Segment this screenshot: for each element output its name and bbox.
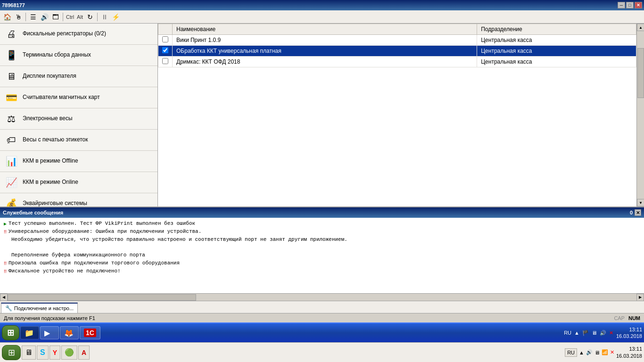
messages-header: Служебные сообщения 0 ✕ <box>0 207 644 218</box>
sidebar-item-scales-label: Электронные весы <box>23 115 73 123</box>
windows-logo-1: ⊞ <box>7 328 14 338</box>
taskbar-clock-1: 13:11 16.03.2018 <box>616 326 642 340</box>
taskbar2-time: 13:11 <box>616 346 642 352</box>
taskbar-item-media[interactable]: ▶ <box>40 326 59 339</box>
messages-header-controls: 0 ✕ <box>630 209 641 216</box>
hscroll-left-btn[interactable]: ◀ <box>0 294 8 301</box>
sidebar-item-acquiring[interactable]: 💰 Эквайринговые системы <box>0 193 157 206</box>
taskbar-item-explorer[interactable]: 📁 <box>20 326 39 339</box>
msg-error-icon-6: ‼ <box>4 268 7 275</box>
sidebar-item-kkm-offline[interactable]: 📊 ККМ в режиме Offline <box>0 151 157 172</box>
msg-error-icon-5: ‼ <box>4 260 7 267</box>
scales-icon: ⚖ <box>4 111 19 126</box>
sidebar-item-terminal-label: Терминалы сбора данных <box>23 51 91 59</box>
col-header-name: Наименование <box>173 24 477 35</box>
sidebar-item-kkm-online[interactable]: 📈 ККМ в режиме Online <box>0 172 157 193</box>
hscroll-thumb[interactable] <box>8 294 196 301</box>
vscroll-up-btn[interactable]: ▲ <box>637 24 644 31</box>
content-area: Наименование Подразделение Вики Принт 1.… <box>158 24 644 206</box>
msg-line-5: ‼ Произошла ошибка при подключении торго… <box>4 259 640 267</box>
taskbar2-item-yandex[interactable]: Y <box>50 346 60 360</box>
vscroll-thumb[interactable] <box>637 48 644 99</box>
maximize-button[interactable]: □ <box>626 2 634 8</box>
start-button-2[interactable]: ⊞ <box>2 345 21 360</box>
table-row[interactable]: Вики Принт 1.0.9 Центральная касса <box>158 35 636 46</box>
start-button-1[interactable]: ⊞ <box>2 325 19 340</box>
hscroll-right-btn[interactable]: ▶ <box>636 294 644 301</box>
taskbar2-network-error-icon: ✕ <box>610 349 614 355</box>
taskbar2-icon-skype: S <box>40 348 45 357</box>
toolbar-mouse-icon[interactable]: 🖱 <box>13 12 24 22</box>
toolbar-sep-3 <box>97 13 98 21</box>
taskbar-lang-1: RU <box>564 330 571 336</box>
msg-line-1: ‼ Универсальное оборудование: Ошибка при… <box>4 228 640 236</box>
taskbar-icon-firefox: 🦊 <box>64 329 74 337</box>
devices-table: Наименование Подразделение Вики Принт 1.… <box>158 24 636 67</box>
toolbar-lightning-icon[interactable]: ⚡ <box>111 12 121 22</box>
toolbar-home-icon[interactable]: 🏠 <box>2 12 12 22</box>
taskbar-item-firefox[interactable]: 🦊 <box>60 326 79 339</box>
col-header-location: Подразделение <box>477 24 636 35</box>
msg-indent-3 <box>11 244 640 252</box>
table-row[interactable]: Дримкас: ККТ ОФД 2018 Центральная касса <box>158 57 636 67</box>
messages-count: 0 <box>630 210 633 215</box>
taskbar2-item-green[interactable]: 🟢 <box>61 346 77 360</box>
main-container: 🖨 Фискальные регистраторы (0/2) 📱 Термин… <box>0 24 644 322</box>
sidebar-item-fiscal-reg[interactable]: 🖨 Фискальные регистраторы (0/2) <box>0 24 157 45</box>
card-reader-icon: 💳 <box>4 90 19 105</box>
kkm-offline-icon: 📊 <box>4 154 19 169</box>
msg-text-5: Произошла ошибка при подключении торгово… <box>8 259 180 267</box>
sidebar-item-scales-print[interactable]: 🏷 Весы с печатью этикеток <box>0 130 157 151</box>
app-title: 78968177 <box>2 2 25 8</box>
taskbar2-item-computer[interactable]: 🖥 <box>22 346 36 360</box>
toolbar-window-icon[interactable]: 🗔 <box>50 12 61 22</box>
sidebar-item-display[interactable]: 🖥 Дисплеи покупателя <box>0 66 157 87</box>
sidebar-item-kkm-offline-label: ККМ в режиме Offline <box>23 157 78 165</box>
msg-error-icon-1: ‼ <box>4 229 7 236</box>
msg-text-6: Фискальное устройство не подключено! <box>8 267 121 275</box>
sidebar-item-terminal[interactable]: 📱 Терминалы сбора данных <box>0 45 157 66</box>
toolbar-refresh-icon[interactable]: ↻ <box>85 12 95 22</box>
taskbar-volume-icon: 🔊 <box>600 330 606 336</box>
row-2-checkbox[interactable] <box>162 58 168 64</box>
tab-bar: 🔧 Подключение и настро... <box>0 301 644 313</box>
messages-title: Служебные сообщения <box>3 210 63 215</box>
taskbar2-arrow: ▲ <box>579 350 584 355</box>
toolbar-ctrl-label: Ctrl <box>65 14 75 20</box>
taskbar2-item-skype[interactable]: S <box>37 346 49 360</box>
minimize-button[interactable]: ─ <box>618 2 625 8</box>
vscroll-down-btn[interactable]: ▼ <box>637 199 644 206</box>
messages-close-btn[interactable]: ✕ <box>635 209 641 216</box>
table-row[interactable]: ОБработка ККТ универсальная платная Цент… <box>158 46 636 57</box>
toolbar-menu-icon[interactable]: ☰ <box>28 12 38 22</box>
row-1-location: Центральная касса <box>477 46 636 57</box>
status-num: NUM <box>628 315 640 321</box>
msg-indent-4: Переполнение буфера коммуникационного по… <box>11 251 640 259</box>
close-button[interactable]: ✕ <box>635 2 642 8</box>
taskbar-date-1: 16.03.2018 <box>616 333 642 339</box>
msg-indent-2: Необходимо убедиться, что устройство пра… <box>11 236 640 244</box>
msg-text-1: Универсальное оборудование: Ошибка при п… <box>8 228 201 236</box>
vscroll-track <box>637 31 644 199</box>
row-1-checkbox[interactable] <box>162 47 168 53</box>
taskbar2-item-acrobat[interactable]: A <box>78 346 90 360</box>
sidebar-item-kkm-online-label: ККМ в режиме Online <box>23 179 78 186</box>
msg-arrow-icon-0: ▶ <box>4 221 7 228</box>
taskbar2-clock: 13:11 16.03.2018 <box>616 346 642 359</box>
sidebar-item-scales[interactable]: ⚖ Электронные весы <box>0 108 157 130</box>
taskbar-icon-explorer: 📁 <box>25 329 34 337</box>
taskbar2-lang: RU <box>565 348 577 357</box>
toolbar-pause-icon[interactable]: ⏸ <box>99 12 110 22</box>
tab-connection[interactable]: 🔧 Подключение и настро... <box>1 303 78 313</box>
taskbar-1: ⊞ 📁 ▶ 🦊 1С RU ▲ 🏴 🖥 🔊 ✕ 13:11 16.03.2018 <box>0 322 644 342</box>
tab-connection-label: Подключение и настро... <box>14 305 74 311</box>
taskbar-item-1c[interactable]: 1С <box>80 326 100 339</box>
msg-text-0: Тест успешно выполнен. Тест ФР VikiPrint… <box>8 220 195 228</box>
messages-panel: Служебные сообщения 0 ✕ ▶ Тест успешно в… <box>0 206 644 301</box>
taskbar2-icon-green: 🟢 <box>65 348 74 357</box>
scales-print-icon: 🏷 <box>4 132 19 148</box>
toolbar-sound-icon[interactable]: 🔊 <box>39 12 50 22</box>
sidebar-item-card-reader[interactable]: 💳 Считыватели магнитных карт <box>0 87 157 108</box>
row-0-checkbox[interactable] <box>162 36 168 42</box>
sidebar-item-scales-print-label: Весы с печатью этикеток <box>23 136 88 144</box>
